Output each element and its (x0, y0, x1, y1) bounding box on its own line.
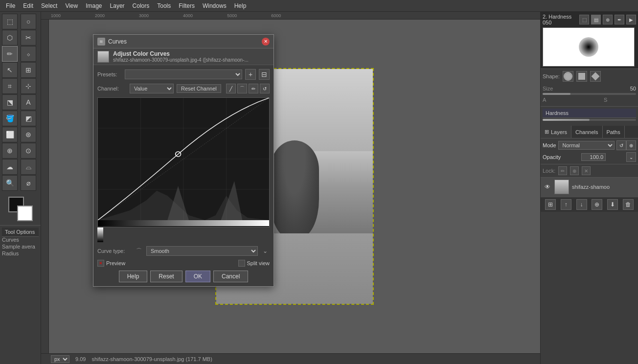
mode-row: Mode Normal Multiply Screen Overlay ↺ ⊕ (543, 140, 636, 150)
menu-layer[interactable]: Layer (106, 1, 129, 10)
menu-tools[interactable]: Tools (153, 1, 175, 10)
tab-channels[interactable]: Channels (571, 126, 602, 138)
curves-graph[interactable]: X: 63 y: 66 (97, 97, 270, 228)
anchor-layer-button[interactable]: ⊕ (592, 199, 602, 210)
tool-colorpicker[interactable]: ⌀ (21, 175, 36, 191)
lock-pixels-button[interactable]: ✏ (558, 166, 567, 175)
ok-button[interactable]: OK (185, 271, 210, 282)
menu-help[interactable]: Help (230, 1, 251, 10)
shape-square-btn[interactable] (576, 71, 587, 82)
reset-channel-button[interactable]: Reset Channel (177, 84, 221, 93)
brush-icon-4[interactable]: ✒ (615, 15, 624, 24)
hardness-section: Hardness (541, 107, 638, 126)
tool-bucket[interactable]: 🪣 (2, 111, 18, 126)
menu-edit[interactable]: Edit (19, 1, 37, 10)
presets-remove-button[interactable]: ⊟ (259, 69, 270, 80)
merge-down-button[interactable]: ⬇ (607, 199, 618, 210)
opacity-arrow-icon[interactable]: ⌄ (626, 152, 636, 162)
tool-zoom[interactable]: 🔍 (2, 175, 18, 191)
dialog-subtitle: Adjust Color Curves shifazz-shamoon-3000… (93, 48, 273, 65)
split-view-checkbox[interactable] (238, 260, 245, 267)
tool-smudge[interactable]: ☁ (2, 159, 18, 175)
background-color[interactable] (17, 205, 33, 221)
help-button[interactable]: Help (119, 271, 148, 282)
dialog-body: Presets: + ⊟ Channel: Value Red Green (93, 65, 273, 286)
tool-transform[interactable]: ⊹ (21, 78, 36, 94)
dialog-title-text: Curves (108, 38, 127, 45)
dialog-close-button[interactable]: ✕ (262, 38, 270, 46)
status-filename: shifazz-shamoon-300079-unsplash.jpg (171… (91, 356, 212, 362)
opacity-input[interactable] (581, 153, 606, 161)
tool-flip[interactable]: ⬔ (2, 94, 18, 110)
menu-windows[interactable]: Windows (199, 1, 230, 10)
layer-item[interactable]: 👁 shifazz-shamoo (541, 178, 638, 197)
mode-options-icon[interactable]: ⊕ (626, 140, 636, 150)
tool-paths[interactable]: ⬦ (21, 46, 36, 62)
tool-blend[interactable]: ◩ (21, 111, 36, 126)
brush-icon-3[interactable]: ⊕ (603, 15, 613, 24)
ch-icon-pencil[interactable]: ✏ (249, 84, 258, 93)
tool-text[interactable]: A (21, 94, 36, 110)
canvas-area: 1000 2000 3000 4000 5000 6000 ≋ (41, 12, 540, 364)
brush-icon-2[interactable]: ▤ (591, 15, 601, 24)
tool-measure[interactable]: ⌓ (21, 159, 36, 175)
lock-position-button[interactable]: ⊕ (570, 166, 579, 175)
tool-eraser[interactable]: ⬜ (2, 127, 18, 142)
tab-layers[interactable]: ⊞ Layers (541, 126, 571, 138)
new-layer-group-button[interactable]: ⊞ (545, 199, 556, 210)
menu-filters[interactable]: Filters (175, 1, 199, 10)
new-layer-button[interactable]: ↑ (561, 199, 571, 210)
menu-colors[interactable]: Colors (129, 1, 154, 10)
menu-select[interactable]: Select (37, 1, 61, 10)
menu-view[interactable]: View (61, 1, 82, 10)
shape-circle-btn[interactable] (563, 71, 573, 82)
ch-icon-reset[interactable]: ↺ (260, 84, 270, 93)
size-slider[interactable] (543, 93, 636, 95)
menu-file[interactable]: File (2, 1, 19, 10)
tool-dodge[interactable]: ⊙ (21, 143, 36, 159)
dialog-title-left: ≋ Curves (97, 38, 127, 46)
channel-select[interactable]: Value Red Green Blue Alpha (130, 84, 174, 93)
tool-freehand[interactable]: ⬡ (2, 30, 18, 46)
mode-reset-icon[interactable]: ↺ (616, 140, 626, 150)
reset-button[interactable]: Reset (150, 271, 182, 282)
tool-marquee-ellipse[interactable]: ○ (21, 14, 36, 29)
dialog-buttons: Help Reset OK Cancel (97, 271, 270, 282)
canvas-viewport[interactable]: ≋ Curves ✕ Adjust Color Curves shifazz-s… (49, 20, 540, 353)
preview-row: ✕ Preview Split view (97, 260, 270, 267)
tool-move[interactable]: ↖ (2, 62, 18, 78)
brush-dot (579, 37, 598, 57)
ch-icon-linear[interactable]: ╱ (226, 84, 236, 93)
lock-all-button[interactable]: ✕ (582, 166, 591, 175)
layer-visibility-toggle[interactable]: 👁 (544, 183, 551, 191)
tool-pencil[interactable]: ✏ (2, 46, 18, 62)
split-view-group[interactable]: Split view (238, 260, 270, 267)
hardness-slider[interactable] (543, 119, 636, 121)
delete-layer-button[interactable]: 🗑 (623, 199, 634, 210)
tool-fuzzy-select[interactable]: ✂ (21, 30, 36, 46)
preview-checkbox-group[interactable]: ✕ Preview (97, 260, 125, 267)
duplicate-layer-button[interactable]: ↓ (576, 199, 587, 210)
tool-marquee-rect[interactable]: ⬚ (2, 14, 18, 29)
curve-type-select[interactable]: Smooth Linear (146, 246, 258, 256)
shape-diamond-btn[interactable] (590, 71, 601, 82)
tool-align[interactable]: ⊞ (21, 62, 36, 78)
right-panel: 2. Hardness 050 ⬚ ▤ ⊕ ✒ ▶ Shape: (540, 12, 638, 364)
presets-select[interactable] (125, 69, 242, 79)
tool-clone[interactable]: ⊛ (21, 127, 36, 142)
tool-heal[interactable]: ⊕ (2, 143, 18, 159)
cancel-button[interactable]: Cancel (213, 271, 248, 282)
curves-graph-canvas[interactable]: X: 63 y: 66 (98, 98, 269, 220)
tab-paths[interactable]: Paths (603, 126, 625, 138)
presets-add-button[interactable]: + (245, 69, 256, 80)
curve-controls (97, 231, 270, 242)
ch-icon-curve[interactable]: ⌒ (237, 84, 247, 93)
menu-image[interactable]: Image (82, 1, 106, 10)
unit-select[interactable]: px (51, 355, 69, 363)
mode-select[interactable]: Normal Multiply Screen Overlay (558, 141, 615, 150)
aspect-row: A S (543, 97, 636, 103)
preview-checkbox[interactable]: ✕ (97, 260, 104, 267)
tool-crop[interactable]: ⌗ (2, 78, 18, 94)
brush-icon-5[interactable]: ▶ (626, 15, 636, 24)
brush-icon-1[interactable]: ⬚ (579, 15, 589, 24)
